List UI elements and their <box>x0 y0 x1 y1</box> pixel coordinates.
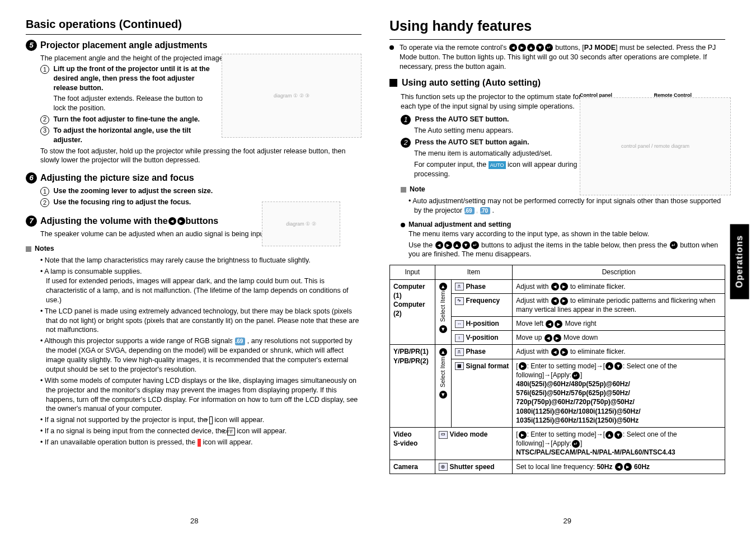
video-modes: NTSC/PAL/SECAM/PAL-N/PAL-M/PAL60/NTSC4.4… <box>516 448 675 456</box>
hpos-icon: ↔ <box>455 320 464 328</box>
s5-step1: Lift up the front of the projector until… <box>53 65 209 92</box>
auto-step2-p1: The menu item is automatically adjusted/… <box>414 149 593 158</box>
off-icon: OFF <box>227 428 235 435</box>
lr-icon8: ► <box>553 334 561 342</box>
sigfmt-icon: ▦ <box>455 362 464 370</box>
note-4: Although this projector supports a wide … <box>40 336 361 374</box>
m-enter-icon: ↵ <box>471 241 479 249</box>
vpos-icon: ↕ <box>455 334 464 342</box>
sel-up-icon: ▲ <box>439 283 447 291</box>
ud-icon3: ▲ <box>605 431 613 439</box>
th-desc: Description <box>513 265 725 279</box>
note-2: A lamp is consumable supplies. If used f… <box>40 267 361 305</box>
note-7: If a no signal is being input from the c… <box>40 427 361 436</box>
s5-step3: To adjust the horizontal angle, use the … <box>53 127 191 144</box>
signal-modes: 480i(525i)@60Hz/480p(525p)@60Hz/ 576i(62… <box>516 380 640 424</box>
auto-setting-heading: Using auto setting (Auto setting) <box>402 77 541 89</box>
auto-step1-h: Press the AUTO SET button. <box>415 115 509 123</box>
note-1: Note that the lamp characteristics may r… <box>40 256 361 265</box>
zoom-focus-diagram: diagram ① ② <box>262 202 340 246</box>
lr-icon9: ◄ <box>551 348 559 356</box>
auto-step2-num: 2 <box>401 138 411 148</box>
ud-icon2: ▼ <box>614 362 622 370</box>
nav-enter-icon: ↵ <box>545 44 553 51</box>
s6-step1: Use the zooming lever to adjust the scre… <box>53 187 213 195</box>
s6-step1-num: 1 <box>40 187 49 196</box>
input-camera: Camera <box>390 460 435 474</box>
lr-icon6: ► <box>555 320 562 328</box>
page-ref-69a: p.69 <box>235 338 245 345</box>
section6-heading: Adjusting the picture size and focus <box>40 172 194 184</box>
section6-num: 6 <box>26 172 37 184</box>
top-note: To operate via the remote control's ◄►▲▼… <box>389 43 725 72</box>
sel-col-1: ▲ Select Item ▼ <box>435 279 451 345</box>
basic-ops-title: Basic operations (Continued) <box>26 17 361 35</box>
handy-features-title: Using handy features <box>389 17 725 40</box>
lr-icon12: ► <box>624 463 632 471</box>
adjustment-table: Input Item Description Computer (1) Comp… <box>389 265 725 474</box>
auto-note: Auto adjustment/setting may not be perfo… <box>408 196 725 216</box>
lr-icon7: ◄ <box>544 334 552 342</box>
auto-step2-h: Press the AUTO SET button again. <box>415 138 529 146</box>
lr-icon2: ► <box>560 283 568 291</box>
phase-icon: ⎍ <box>455 283 464 291</box>
lr-icon: ◄ <box>551 283 559 291</box>
lr-icon3: ◄ <box>551 297 559 305</box>
lr-icon4: ► <box>560 297 568 305</box>
auto-step2-p2: For computer input, the AUTO icon will a… <box>414 160 593 179</box>
lr-icon10: ► <box>560 348 568 356</box>
shutter-icon: ◎ <box>439 463 448 471</box>
operations-tab: Operations <box>730 224 749 299</box>
input-ypbpr: Y/PB/PR(1) Y/PB/PR(2) <box>390 345 435 428</box>
nav-down-icon: ▼ <box>536 44 544 51</box>
manual-p2: Use the ◄►▲▼↵ buttons to adjust the item… <box>408 241 725 260</box>
ud-icon: ▲ <box>605 362 613 370</box>
nav-right-icon: ► <box>518 44 526 51</box>
apply2-icon: ↵ <box>572 440 580 448</box>
m-down-icon: ▼ <box>462 241 470 249</box>
control-panel-diagram: control panel / remote diagram <box>580 97 731 195</box>
sel-up2-icon: ▲ <box>439 348 447 356</box>
section5-num: 5 <box>26 40 37 51</box>
th-item: Item <box>435 265 513 279</box>
sel-down-icon: ▼ <box>439 325 447 333</box>
sel-col-2: ▲ Select Item ▼ <box>435 345 451 428</box>
s5-step1-sub: The foot adjuster extends. Release the b… <box>53 94 215 113</box>
m-enter2-icon: ↵ <box>670 241 678 249</box>
s5-step1-num: 1 <box>40 65 49 74</box>
s5-step2: Turn the foot adjuster to fine-tune the … <box>53 115 200 123</box>
sel-down2-icon: ▼ <box>439 391 447 399</box>
page-ref-69b: p.69 <box>464 207 475 215</box>
auto-intro: This function sets up the projector to t… <box>401 92 591 111</box>
foot-adjuster-diagram: diagram ① ② ③ <box>222 54 361 138</box>
note-5: With some models of computer having LCD … <box>40 376 361 414</box>
s6-step2: Use the focusing ring to adjust the focu… <box>53 198 191 206</box>
auto-step1-num: 1 <box>401 115 411 125</box>
phase2-icon: ⎍ <box>455 348 464 356</box>
m-right-icon: ► <box>444 241 452 249</box>
input-computer: Computer (1) Computer (2) <box>390 279 435 345</box>
freq-icon: ∿ <box>455 297 464 305</box>
page-num-left: 28 <box>190 516 198 526</box>
ud-icon4: ▼ <box>614 431 622 439</box>
vol-right-icon: ► <box>177 217 185 225</box>
m-up-icon: ▲ <box>453 241 461 249</box>
section7-num: 7 <box>26 216 37 227</box>
note-8: If an unavailable operation button is pr… <box>40 438 361 447</box>
nav-up-icon: ▲ <box>527 44 535 51</box>
section5-heading: Projector placement angle adjustments <box>40 39 208 51</box>
video-icon: ▭ <box>439 431 448 439</box>
s5-step2-num: 2 <box>40 115 49 124</box>
note-3: The LCD panel is made using extremely ad… <box>40 307 361 335</box>
enter-icon: ► <box>519 362 527 370</box>
input-video: Video S-video <box>390 427 435 460</box>
s5-after: To stow the foot adjuster, hold up the p… <box>40 147 361 166</box>
section7-heading-a: Adjusting the volume with the <box>40 215 168 227</box>
manual-p1: The menu items vary according to the inp… <box>408 229 725 239</box>
lr-icon5: ◄ <box>546 320 553 328</box>
nav-left-icon: ◄ <box>509 44 517 51</box>
s6-step2-num: 2 <box>40 198 49 207</box>
lr-icon11: ◄ <box>615 463 623 471</box>
auto-step1-p: The Auto setting menu appears. <box>414 126 593 135</box>
s5-step3-num: 3 <box>40 127 49 135</box>
